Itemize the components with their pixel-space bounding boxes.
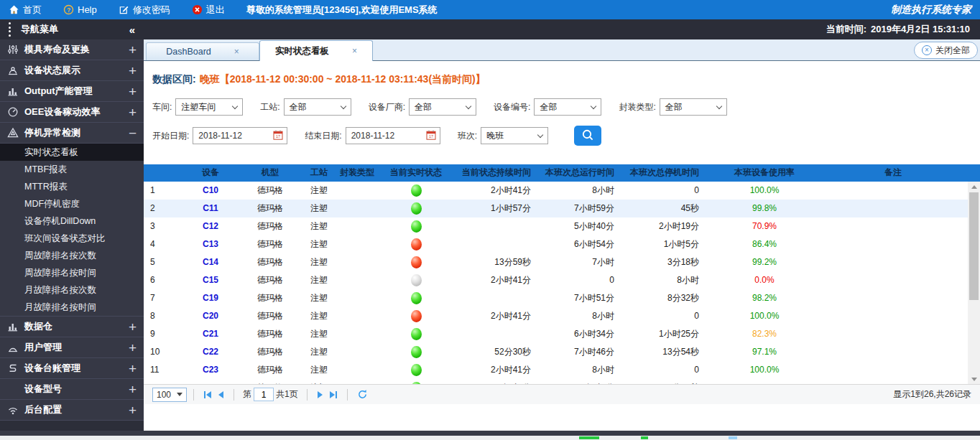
expand-plus-icon[interactable]: + bbox=[129, 362, 137, 375]
filter-group-0: 车间:注塑车间 bbox=[152, 98, 243, 116]
column-header-8: 本班次总停机时间 bbox=[624, 164, 711, 182]
tab-close-icon[interactable]: × bbox=[352, 46, 357, 56]
device-cell: C22 bbox=[183, 343, 238, 361]
expand-plus-icon[interactable]: + bbox=[129, 320, 137, 334]
sidebar-group-4[interactable]: 停机异常检测− bbox=[0, 123, 144, 144]
sidebar-item-4-8[interactable]: 月故障排名按次数 bbox=[0, 281, 144, 299]
sidebar-group-2[interactable]: Output产能管理+ bbox=[0, 81, 144, 102]
first-page-button[interactable] bbox=[204, 391, 211, 398]
sidebar-item-4-4[interactable]: 设备停机DillDown bbox=[0, 212, 144, 230]
page-size-select[interactable]: 100 bbox=[152, 388, 187, 402]
device-link[interactable]: C15 bbox=[203, 275, 218, 285]
sidebar-group-8[interactable]: 设备型号+ bbox=[0, 379, 144, 400]
expand-plus-icon[interactable]: + bbox=[129, 403, 137, 417]
filter-select-2[interactable]: 全部 bbox=[409, 98, 476, 116]
close-all-button[interactable]: × 关闭全部 bbox=[914, 42, 978, 59]
station-cell: 注塑 bbox=[302, 361, 336, 379]
usage-value: 90.3% bbox=[752, 383, 777, 384]
status-duration-cell: 13分59秒 bbox=[453, 253, 540, 271]
package-cell bbox=[336, 200, 379, 217]
scroll-down-arrow-icon[interactable] bbox=[968, 374, 980, 384]
sidebar-collapse-button[interactable]: « bbox=[129, 24, 135, 36]
filter-group-3: 设备编号:全部 bbox=[494, 98, 601, 116]
filter-select-3[interactable]: 全部 bbox=[534, 98, 601, 116]
expand-plus-icon[interactable]: + bbox=[129, 341, 137, 355]
usage-cell: 97.1% bbox=[711, 343, 818, 361]
device-link[interactable]: C22 bbox=[203, 347, 218, 357]
collapse-minus-icon[interactable]: − bbox=[129, 126, 137, 140]
sidebar-group-9[interactable]: 后台配置+ bbox=[0, 400, 144, 421]
device-link[interactable]: C20 bbox=[203, 311, 218, 321]
sidebar-group-label: 设备状态展示 bbox=[24, 64, 80, 77]
expand-plus-icon[interactable]: + bbox=[129, 383, 137, 396]
prev-page-button[interactable] bbox=[218, 391, 223, 398]
expand-plus-icon[interactable]: + bbox=[129, 43, 137, 57]
sidebar-group-1[interactable]: 设备状态展示+ bbox=[0, 60, 144, 81]
status-led-green bbox=[411, 292, 422, 304]
shift-filter-group: 班次:晚班 bbox=[458, 127, 548, 144]
usage-cell: 90.3% bbox=[711, 379, 818, 384]
device-link[interactable]: C21 bbox=[203, 329, 218, 339]
sidebar-group-5[interactable]: 数据仓+ bbox=[0, 317, 144, 337]
usage-cell: 100.0% bbox=[711, 182, 818, 200]
tab-close-icon[interactable]: × bbox=[234, 47, 239, 57]
topbar-button-3[interactable]: 退出 bbox=[192, 4, 225, 17]
filter-label: 结束日期: bbox=[305, 130, 341, 142]
expand-plus-icon[interactable]: + bbox=[129, 106, 137, 119]
device-link[interactable]: C13 bbox=[203, 239, 218, 249]
topbar: 首页?Help修改密码退出 尊敬的系统管理员[123456],欢迎使用EMS系统… bbox=[0, 0, 980, 19]
sidebar-item-4-6[interactable]: 周故障排名按次数 bbox=[0, 247, 144, 264]
home-icon bbox=[9, 4, 19, 15]
tab-bar: DashBoard×实时状态看板× × 关闭全部 bbox=[144, 39, 980, 60]
topbar-button-2[interactable]: 修改密码 bbox=[119, 4, 170, 17]
device-link[interactable]: C14 bbox=[203, 257, 218, 267]
device-link[interactable]: C24 bbox=[203, 383, 218, 384]
device-link[interactable]: C19 bbox=[203, 293, 218, 303]
filter-select-1[interactable]: 全部 bbox=[284, 98, 351, 116]
filter-select-0[interactable]: 注塑车间 bbox=[175, 98, 243, 116]
shift-select[interactable]: 晚班 bbox=[481, 127, 548, 144]
expand-plus-icon[interactable]: + bbox=[129, 64, 137, 78]
refresh-button[interactable] bbox=[357, 389, 368, 400]
tab-0[interactable]: DashBoard× bbox=[146, 42, 259, 60]
search-button[interactable] bbox=[574, 126, 601, 146]
sidebar-item-4-0[interactable]: 实时状态看板 bbox=[0, 144, 144, 161]
sidebar-group-3[interactable]: OEE设备稼动效率+ bbox=[0, 102, 144, 123]
date-input-1[interactable]: 2018-11-1217 bbox=[346, 127, 440, 144]
page-number-input[interactable] bbox=[254, 388, 274, 401]
icon bbox=[7, 383, 21, 395]
user-icon bbox=[7, 342, 21, 353]
expand-plus-icon[interactable]: + bbox=[129, 85, 137, 98]
run-time-cell: 7小时46分 bbox=[540, 343, 624, 361]
pager-separator bbox=[307, 389, 308, 401]
date-input-0[interactable]: 2018-11-1217 bbox=[193, 127, 287, 144]
vertical-scrollbar[interactable] bbox=[968, 182, 980, 384]
sidebar-group-7[interactable]: 设备台账管理+ bbox=[0, 358, 144, 379]
sidebar-item-4-9[interactable]: 月故障排名按时间 bbox=[0, 299, 144, 316]
station-cell: 注塑 bbox=[302, 200, 336, 217]
filter-select-4[interactable]: 全部 bbox=[660, 98, 727, 116]
scroll-up-arrow-icon[interactable] bbox=[968, 182, 980, 192]
config-icon bbox=[7, 404, 21, 416]
scrollbar-thumb[interactable] bbox=[969, 192, 979, 300]
sidebar-group-6[interactable]: 用户管理+ bbox=[0, 337, 144, 358]
sidebar-item-4-2[interactable]: MTTR报表 bbox=[0, 178, 144, 195]
next-page-button[interactable] bbox=[318, 391, 323, 398]
tab-1[interactable]: 实时状态看板× bbox=[259, 40, 373, 61]
sidebar-item-4-1[interactable]: MTBF报表 bbox=[0, 161, 144, 178]
topbar-button-0[interactable]: 首页 bbox=[9, 4, 42, 17]
sidebar-item-4-7[interactable]: 周故障排名按时间 bbox=[0, 264, 144, 281]
sidebar-group-0[interactable]: 模具寿命及更换+ bbox=[0, 39, 144, 60]
device-link[interactable]: C10 bbox=[203, 185, 218, 195]
status-led-green bbox=[411, 328, 422, 340]
device-link[interactable]: C23 bbox=[203, 365, 218, 375]
sidebar-item-4-3[interactable]: MDF停机密度 bbox=[0, 195, 144, 212]
topbar-button-1[interactable]: ?Help bbox=[63, 4, 97, 15]
device-link[interactable]: C12 bbox=[203, 221, 218, 231]
device-link[interactable]: C11 bbox=[203, 203, 218, 213]
device-cell: C24 bbox=[183, 379, 238, 384]
last-page-button[interactable] bbox=[330, 391, 337, 398]
column-header-5: 当前实时状态 bbox=[379, 164, 453, 182]
down-time-cell: 51分43秒 bbox=[624, 379, 711, 384]
sidebar-item-4-5[interactable]: 班次间设备状态对比 bbox=[0, 230, 144, 247]
